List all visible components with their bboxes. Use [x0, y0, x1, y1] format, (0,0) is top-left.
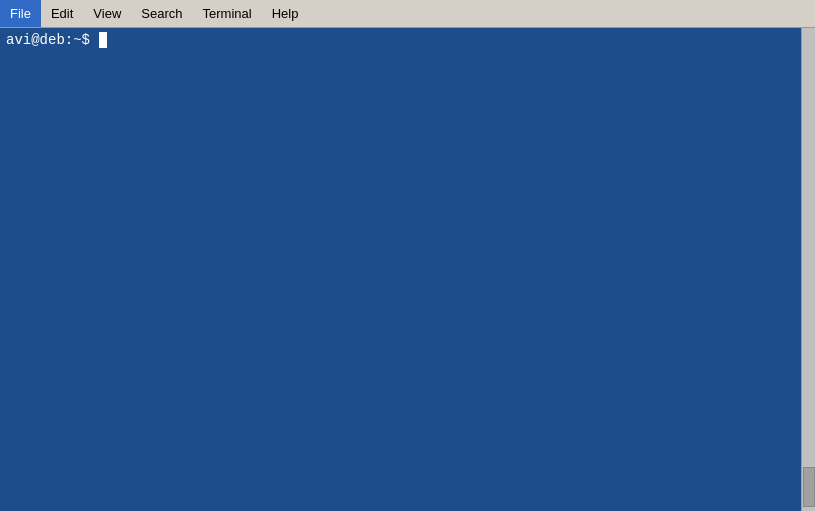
menubar: FileEditViewSearchTerminalHelp	[0, 0, 815, 28]
scrollbar-thumb[interactable]	[803, 467, 815, 507]
cursor	[99, 32, 107, 48]
menu-item-terminal[interactable]: Terminal	[193, 0, 262, 27]
menu-item-view[interactable]: View	[83, 0, 131, 27]
prompt-text: avi@deb:~$	[6, 32, 98, 48]
menu-item-edit[interactable]: Edit	[41, 0, 83, 27]
terminal-area[interactable]: avi@deb:~$	[0, 28, 815, 511]
scrollbar[interactable]	[801, 28, 815, 511]
menu-item-help[interactable]: Help	[262, 0, 309, 27]
menu-item-file[interactable]: File	[0, 0, 41, 27]
prompt-line: avi@deb:~$	[6, 32, 809, 48]
menu-item-search[interactable]: Search	[131, 0, 192, 27]
